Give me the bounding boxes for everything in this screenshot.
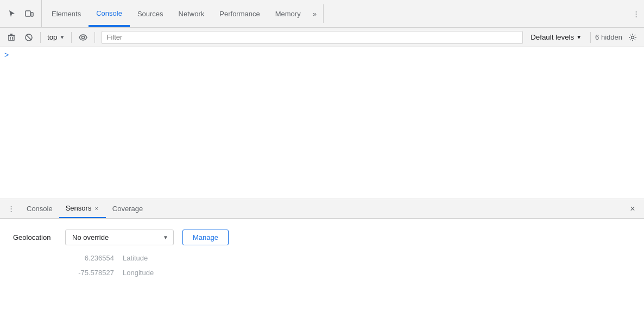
clear-console-button[interactable]: [4, 30, 18, 44]
toolbar-sep-1: [40, 32, 41, 43]
toolbar-sep-3: [94, 32, 95, 43]
tab-memory[interactable]: Memory: [268, 0, 308, 27]
svg-point-9: [632, 36, 634, 39]
stop-icon[interactable]: [22, 30, 36, 44]
console-area[interactable]: >: [0, 47, 644, 199]
more-tabs-button[interactable]: »: [308, 0, 321, 27]
bottom-tab-console[interactable]: Console: [20, 199, 59, 218]
filter-input-wrap[interactable]: [102, 31, 523, 44]
separator: [323, 4, 324, 23]
device-toggle-icon[interactable]: [22, 6, 37, 21]
levels-arrow: ▼: [576, 34, 582, 40]
geolocation-row: Geolocation No override Custom location.…: [13, 230, 631, 245]
devtools-menu-button[interactable]: ⋮: [628, 0, 644, 27]
toolbar-sep-2: [71, 32, 72, 43]
cursor-icon[interactable]: [4, 6, 20, 21]
tab-network[interactable]: Network: [171, 0, 212, 27]
bottom-tab-coverage[interactable]: Coverage: [106, 199, 149, 218]
svg-rect-3: [9, 36, 14, 41]
filter-input[interactable]: [106, 33, 518, 41]
close-bottom-panel-button[interactable]: ×: [626, 202, 640, 216]
geolocation-select-wrap: No override Custom location... Berlin Lo…: [65, 230, 174, 245]
latitude-label: Latitude: [123, 254, 148, 262]
tab-console[interactable]: Console: [89, 0, 130, 27]
longitude-row: -75.578527 Longitude: [65, 269, 631, 277]
longitude-value: -75.578527: [65, 269, 114, 277]
geolocation-label: Geolocation: [13, 233, 56, 241]
context-dropdown-arrow: ▼: [60, 34, 65, 40]
hidden-count: 6 hidden: [595, 33, 622, 41]
bottom-panel-menu[interactable]: ⋮: [4, 205, 18, 213]
context-selector[interactable]: top ▼: [45, 32, 67, 42]
svg-line-7: [26, 35, 31, 40]
tab-elements[interactable]: Elements: [44, 0, 89, 27]
console-settings-icon[interactable]: [626, 30, 640, 44]
svg-rect-1: [31, 12, 33, 16]
toolbar-sep-4: [590, 32, 591, 43]
sensors-panel: Geolocation No override Custom location.…: [0, 219, 644, 294]
console-prompt[interactable]: >: [4, 50, 9, 59]
svg-rect-0: [26, 11, 30, 16]
geolocation-select[interactable]: No override Custom location... Berlin Lo…: [65, 230, 174, 245]
latitude-value: 6.236554: [65, 254, 114, 262]
close-sensors-tab[interactable]: ×: [93, 205, 99, 212]
svg-point-8: [82, 36, 85, 39]
manage-button[interactable]: Manage: [182, 230, 229, 245]
bottom-panel: ⋮ Console Sensors × Coverage × Geolocati…: [0, 199, 644, 294]
tab-sources[interactable]: Sources: [130, 0, 171, 27]
devtools-icons: [4, 0, 42, 27]
longitude-label: Longitude: [123, 269, 154, 277]
bottom-tab-bar: ⋮ Console Sensors × Coverage ×: [0, 199, 644, 219]
bottom-tab-sensors[interactable]: Sensors ×: [59, 199, 106, 218]
console-toolbar: top ▼ Default levels ▼ 6 hidden: [0, 28, 644, 47]
log-levels-button[interactable]: Default levels ▼: [526, 32, 586, 42]
top-nav: Elements Console Sources Network Perform…: [0, 0, 644, 28]
eye-icon[interactable]: [76, 30, 90, 44]
latitude-row: 6.236554 Latitude: [65, 254, 631, 262]
tab-performance[interactable]: Performance: [212, 0, 267, 27]
